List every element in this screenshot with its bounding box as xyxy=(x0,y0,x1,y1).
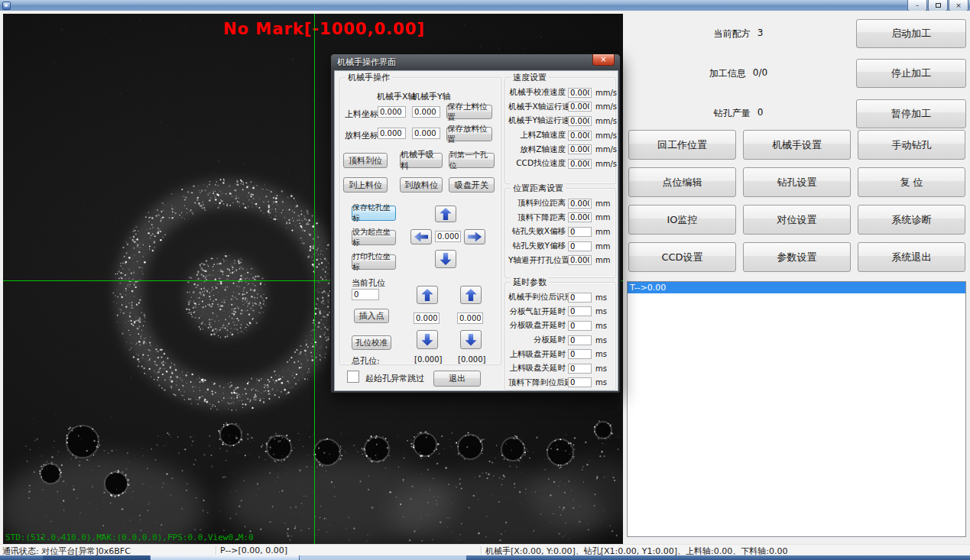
y-axis-up-button[interactable] xyxy=(460,286,482,304)
stat-value: 3 xyxy=(758,28,764,40)
mark-status-text: No Mark[-1000,0.00] xyxy=(223,20,425,38)
maximize-icon xyxy=(936,3,941,8)
current-hole-label: 当前孔位 xyxy=(352,277,385,289)
delay-input[interactable] xyxy=(568,306,592,316)
delay-input[interactable] xyxy=(568,377,592,387)
dialog-close-button[interactable]: × xyxy=(592,54,615,66)
stat-label: 当前配方 xyxy=(714,28,751,40)
speed-input[interactable] xyxy=(568,131,592,141)
reset-button[interactable]: 复 位 xyxy=(858,167,965,197)
suction-switch-button[interactable]: 吸盘开关 xyxy=(449,177,495,193)
log-list[interactable]: T-->0.00 xyxy=(627,281,966,537)
speed-input[interactable] xyxy=(568,88,592,98)
save-load-position-button[interactable]: 保存上料位置 xyxy=(446,105,492,119)
jog-left-button[interactable] xyxy=(410,229,432,244)
print-hole-coord-button[interactable]: 打印孔位坐标 xyxy=(352,254,396,270)
set-origin-coord-button[interactable]: 设为起点坐标 xyxy=(352,230,396,245)
unload-x-input[interactable] xyxy=(378,128,406,139)
start-process-button[interactable]: 启动加工 xyxy=(856,19,966,48)
load-coord-label: 上料坐标 xyxy=(345,108,378,120)
taskbar-segment xyxy=(43,555,150,560)
distance-row: 钻孔失败X偏移mm xyxy=(508,225,612,239)
robot-pick-button[interactable]: 机械手吸料 xyxy=(400,153,443,168)
insert-point-button[interactable]: 插入点 xyxy=(354,309,389,323)
load-y-input[interactable] xyxy=(412,106,440,118)
x-step-input[interactable] xyxy=(414,312,440,324)
delay-input[interactable] xyxy=(568,293,592,303)
delay-row: 分板气缸开延时ms xyxy=(508,305,612,319)
exit-button[interactable]: 退出 xyxy=(433,371,481,387)
distance-row: 顶料下降距离mm xyxy=(508,211,612,225)
save-unload-position-button[interactable]: 保存放料位置 xyxy=(446,127,492,141)
speed-input[interactable] xyxy=(568,102,592,112)
group-title: 机械手操作 xyxy=(346,72,392,83)
close-icon: × xyxy=(955,2,962,9)
speed-input[interactable] xyxy=(568,159,592,169)
y-axis-down-button[interactable] xyxy=(460,330,482,349)
maximize-button[interactable] xyxy=(928,0,948,11)
jog-up-button[interactable] xyxy=(435,206,456,222)
taskbar[interactable] xyxy=(0,555,970,560)
window-titlebar[interactable]: – × xyxy=(0,0,970,11)
taskbar-segment xyxy=(151,555,299,560)
hole-calibrate-button[interactable]: 孔位校准 xyxy=(352,335,391,350)
alignment-settings-button[interactable]: 对位设置 xyxy=(743,205,851,235)
group-title: 位置距离设置 xyxy=(511,183,566,194)
io-monitor-button[interactable]: IO监控 xyxy=(628,205,736,235)
speed-input[interactable] xyxy=(568,144,592,154)
minimize-button[interactable]: – xyxy=(907,0,927,11)
stat-value: 0/0 xyxy=(753,67,767,80)
load-x-input[interactable] xyxy=(378,106,406,118)
to-load-position-button[interactable]: 到上料位 xyxy=(343,177,388,193)
drill-settings-button[interactable]: 钻孔设置 xyxy=(743,167,851,197)
distance-input[interactable] xyxy=(568,241,592,251)
speed-row: 放料Z轴速度mm/s xyxy=(508,142,612,157)
distance-input[interactable] xyxy=(568,212,592,222)
pause-process-button[interactable]: 暂停加工 xyxy=(856,99,966,128)
top-material-in-place-button[interactable]: 顶料到位 xyxy=(343,153,388,168)
down-arrow-icon xyxy=(422,334,433,346)
jog-right-button[interactable] xyxy=(464,229,485,244)
system-exit-button[interactable]: 系统退出 xyxy=(858,242,965,272)
delay-input[interactable] xyxy=(568,349,592,359)
save-drill-coord-button[interactable]: 保存钻孔坐标 xyxy=(352,206,396,221)
return-work-position-button[interactable]: 回工作位置 xyxy=(628,130,736,160)
robot-operation-group: 机械手操作 机械手X轴 机械手Y轴 上料坐标 保存上料位置 放料坐标 保存放料位… xyxy=(339,77,501,365)
stop-process-button[interactable]: 停止加工 xyxy=(856,59,966,88)
manual-drill-button[interactable]: 手动钻孔 xyxy=(858,130,965,160)
right-arrow-icon xyxy=(468,232,482,242)
app-icon xyxy=(2,2,11,10)
y-total-label: [0.000] xyxy=(458,355,485,364)
delay-input[interactable] xyxy=(568,335,592,345)
to-unload-position-button[interactable]: 到放料位 xyxy=(400,177,443,193)
distance-input[interactable] xyxy=(568,255,592,265)
log-list-item[interactable]: T-->0.00 xyxy=(628,282,965,293)
distance-input[interactable] xyxy=(568,227,592,237)
distance-input[interactable] xyxy=(568,199,592,209)
y-step-input[interactable] xyxy=(457,312,483,324)
speed-row: 上料Z轴速度mm/s xyxy=(508,128,612,143)
system-diagnosis-button[interactable]: 系统诊断 xyxy=(858,205,965,235)
jog-down-button[interactable] xyxy=(435,250,456,268)
distance-row: 钻孔失败Y偏移mm xyxy=(508,239,612,254)
speed-input[interactable] xyxy=(568,116,592,126)
status-divider xyxy=(216,546,216,555)
unload-y-input[interactable] xyxy=(412,128,440,139)
x-axis-down-button[interactable] xyxy=(417,330,438,349)
to-first-hole-button[interactable]: 到第一个孔位 xyxy=(449,153,495,168)
jog-step-input[interactable] xyxy=(435,231,461,242)
robot-settings-button[interactable]: 机械手设置 xyxy=(743,130,851,160)
app-window: – × No Mark[-1000,0.00] STD:(512.0,410.0… xyxy=(0,0,970,560)
x-axis-up-button[interactable] xyxy=(417,286,438,304)
delay-input[interactable] xyxy=(568,321,592,331)
speed-row: 机械手X轴运行速度mm/s xyxy=(508,100,612,115)
ccd-settings-button[interactable]: CCD设置 xyxy=(628,242,736,272)
close-button[interactable]: × xyxy=(949,0,968,11)
delay-input[interactable] xyxy=(568,364,592,374)
skip-abnormal-checkbox[interactable] xyxy=(347,371,359,383)
parameter-settings-button[interactable]: 参数设置 xyxy=(743,242,851,272)
stat-label: 加工信息 xyxy=(709,67,746,80)
point-edit-button[interactable]: 点位编辑 xyxy=(628,167,736,197)
speed-settings-group: 速度设置 机械手校准速度mm/s 机械手X轴运行速度mm/s 机械手Y轴运行速度… xyxy=(504,77,616,184)
current-hole-input[interactable] xyxy=(352,289,379,300)
